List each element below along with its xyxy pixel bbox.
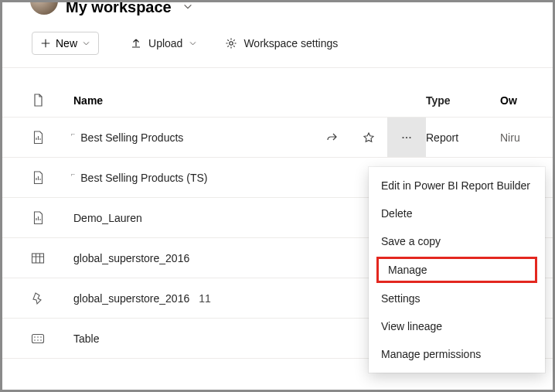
svg-rect-5	[32, 334, 44, 343]
svg-point-7	[37, 336, 39, 338]
gear-icon	[225, 37, 237, 49]
refresh-indicator-icon: ⌐	[71, 170, 75, 178]
context-menu-item-manage[interactable]: Manage	[376, 257, 537, 283]
item-owner: Niru	[500, 131, 546, 144]
star-icon[interactable]	[350, 131, 387, 144]
new-button[interactable]: New	[32, 32, 99, 55]
context-menu-item-save-a-copy[interactable]: Save a copy	[369, 227, 545, 255]
context-menu-item-edit-in-power-bi-report-builder[interactable]: Edit in Power BI Report Builder	[369, 172, 545, 199]
plus-icon	[40, 38, 51, 49]
column-owner-header[interactable]: Ow	[500, 94, 546, 107]
context-menu-item-delete[interactable]: Delete	[369, 199, 545, 227]
item-name-label: Demo_Lauren	[73, 212, 142, 224]
column-icon-header	[2, 94, 73, 107]
workspace-settings-label: Workspace settings	[243, 37, 338, 49]
upload-button[interactable]: Upload	[127, 34, 200, 53]
svg-point-11	[40, 339, 42, 341]
workspace-settings-button[interactable]: Workspace settings	[222, 34, 341, 53]
chevron-down-icon[interactable]	[182, 2, 193, 12]
upload-label: Upload	[148, 37, 182, 49]
svg-point-8	[40, 336, 42, 338]
column-name-header[interactable]: Name	[73, 94, 313, 107]
more-options-button[interactable]	[387, 118, 426, 157]
dataset-icon	[2, 252, 73, 264]
item-name[interactable]: ⌐Best Selling Products	[73, 131, 313, 144]
toolbar: New Upload Workspace settings	[2, 22, 553, 68]
svg-point-1	[402, 136, 403, 138]
context-menu-item-settings[interactable]: Settings	[369, 285, 545, 312]
item-name-label: Best Selling Products (TS)	[80, 172, 207, 184]
upload-icon	[130, 37, 142, 49]
svg-point-6	[34, 336, 36, 338]
new-button-label: New	[56, 37, 77, 49]
item-name[interactable]: Demo_Lauren	[73, 212, 313, 224]
table-header: Name Type Ow	[2, 84, 553, 118]
workspace-title: My workspace	[66, 0, 172, 16]
svg-point-10	[37, 339, 39, 341]
svg-point-0	[230, 42, 233, 45]
item-name[interactable]: global_superstore_201611	[73, 292, 313, 305]
report-icon	[2, 211, 73, 225]
item-name-label: global_superstore_2016	[73, 292, 189, 305]
column-type-header[interactable]: Type	[426, 94, 500, 107]
svg-rect-4	[32, 254, 44, 263]
table-row[interactable]: ⌐Best Selling ProductsReportNiru	[2, 118, 553, 158]
report-icon	[2, 131, 73, 145]
svg-point-2	[406, 136, 407, 138]
item-name-label: Table	[73, 332, 99, 345]
item-name[interactable]: ⌐Best Selling Products (TS)	[73, 172, 313, 184]
report-icon	[2, 171, 73, 185]
context-menu: Edit in Power BI Report BuilderDeleteSav…	[369, 167, 545, 373]
dataflow-icon	[2, 291, 73, 305]
item-type: Report	[426, 131, 500, 144]
item-name[interactable]: global_superstore_2016	[73, 252, 313, 264]
table-icon	[2, 333, 73, 344]
avatar	[30, 0, 58, 15]
chevron-down-icon	[189, 39, 197, 48]
context-menu-item-manage-permissions[interactable]: Manage permissions	[369, 340, 545, 368]
item-name-label: global_superstore_2016	[73, 252, 189, 264]
refresh-indicator-icon: ⌐	[71, 130, 75, 138]
item-name-label: Best Selling Products	[80, 131, 183, 144]
svg-point-9	[34, 339, 36, 341]
item-badge: 11	[199, 292, 211, 305]
chevron-down-icon	[82, 39, 90, 48]
svg-point-3	[409, 136, 410, 138]
item-name[interactable]: Table	[73, 332, 313, 345]
share-icon[interactable]	[313, 131, 350, 144]
context-menu-item-view-lineage[interactable]: View lineage	[369, 312, 545, 340]
